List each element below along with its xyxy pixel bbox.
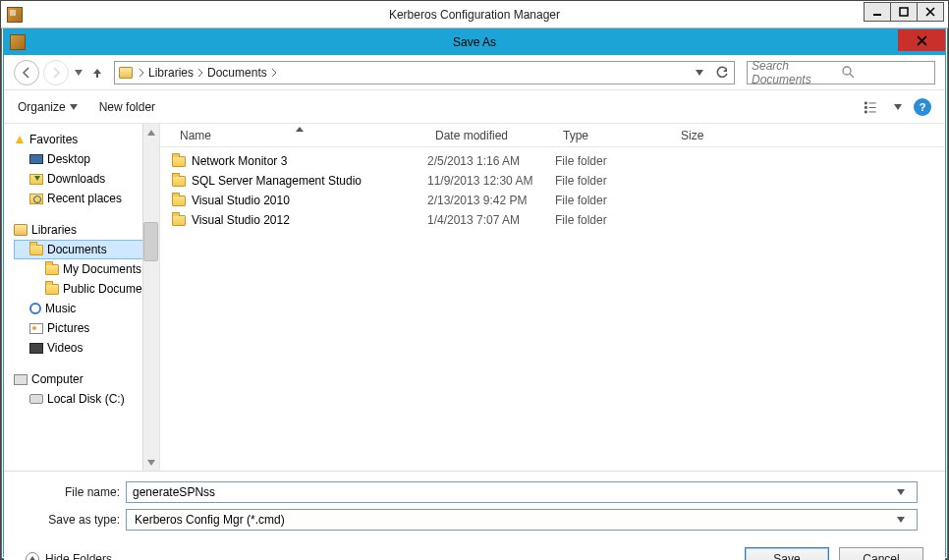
- file-row[interactable]: Visual Studio 20121/4/2013 7:07 AMFile f…: [160, 210, 945, 230]
- crumb-sep-icon[interactable]: [269, 69, 279, 77]
- filename-input[interactable]: [126, 481, 918, 503]
- chevron-down-icon[interactable]: [897, 517, 915, 523]
- nav-bar: Libraries Documents Search Documents: [4, 55, 945, 90]
- tree-favorites-header[interactable]: Favorites: [14, 130, 159, 149]
- dialog-body: Libraries Documents Search Documents: [4, 55, 945, 560]
- close-button[interactable]: [917, 2, 944, 22]
- refresh-button[interactable]: [712, 63, 732, 83]
- search-placeholder: Search Documents: [752, 59, 841, 86]
- tree-item-documents[interactable]: Documents: [14, 240, 159, 259]
- crumb-sep-icon[interactable]: [195, 69, 205, 77]
- chevron-down-icon[interactable]: [894, 104, 902, 110]
- videos-icon: [29, 343, 43, 354]
- organize-button[interactable]: Organize: [18, 100, 78, 114]
- file-list-pane: Name Date modified Type Size Network Mon…: [159, 124, 945, 471]
- dialog-title: Save As: [4, 35, 945, 49]
- file-date: 2/5/2013 1:16 AM: [427, 154, 555, 168]
- save-type-label: Save as type:: [31, 513, 126, 527]
- address-bar[interactable]: Libraries Documents: [114, 61, 735, 84]
- col-size-header[interactable]: Size: [673, 129, 761, 142]
- column-headers: Name Date modified Type Size: [160, 124, 945, 147]
- tree-item-videos[interactable]: Videos: [14, 338, 159, 358]
- tree-computer-header[interactable]: Computer: [14, 369, 159, 389]
- scroll-thumb[interactable]: [143, 222, 158, 261]
- drive-icon: [29, 394, 43, 404]
- computer-icon: [14, 374, 28, 385]
- help-button[interactable]: ?: [914, 98, 931, 116]
- address-dropdown-icon[interactable]: [690, 63, 709, 83]
- tree-libraries-header[interactable]: Libraries: [14, 220, 159, 240]
- maximize-button[interactable]: [890, 2, 918, 22]
- chevron-down-icon[interactable]: [897, 489, 915, 495]
- file-type: File folder: [555, 213, 673, 227]
- save-type-combo[interactable]: Kerberos Config Mgr (*.cmd): [126, 509, 918, 531]
- file-name: Visual Studio 2010: [192, 194, 290, 207]
- scroll-up-icon[interactable]: [143, 124, 158, 140]
- file-date: 2/13/2013 9:42 PM: [427, 194, 555, 207]
- new-folder-button[interactable]: New folder: [99, 100, 155, 114]
- col-name-header[interactable]: Name: [172, 129, 427, 142]
- tree-item-my-documents[interactable]: My Documents: [14, 259, 159, 279]
- view-options-button[interactable]: [865, 98, 882, 116]
- tree-item-public-documents[interactable]: Public Documents: [14, 279, 159, 299]
- cancel-button[interactable]: Cancel: [839, 547, 923, 560]
- crumb-sep-icon[interactable]: [137, 69, 146, 77]
- tree-item-downloads[interactable]: Downloads: [14, 169, 159, 189]
- folder-icon: [172, 215, 186, 226]
- svg-rect-1: [900, 8, 908, 16]
- svg-rect-7: [869, 107, 876, 108]
- scroll-down-icon[interactable]: [143, 454, 158, 471]
- folder-icon: [45, 264, 59, 275]
- col-type-header[interactable]: Type: [555, 129, 673, 142]
- nav-forward-button[interactable]: [43, 60, 69, 85]
- file-list[interactable]: Network Monitor 32/5/2013 1:16 AMFile fo…: [160, 147, 945, 471]
- file-type: File folder: [555, 174, 673, 188]
- folder-icon: [172, 156, 186, 167]
- file-name: Visual Studio 2012: [192, 213, 290, 227]
- tree-item-music[interactable]: Music: [14, 299, 159, 318]
- nav-history-dropdown[interactable]: [73, 70, 84, 76]
- save-button[interactable]: Save: [745, 547, 829, 560]
- minimize-button[interactable]: [864, 2, 891, 22]
- tree-item-pictures[interactable]: Pictures: [14, 318, 159, 338]
- tree-item-desktop[interactable]: Desktop: [14, 149, 159, 169]
- tree-item-local-disk[interactable]: Local Disk (C:): [14, 389, 159, 409]
- filename-input-text[interactable]: [129, 485, 897, 499]
- file-row[interactable]: SQL Server Management Studio11/9/2013 12…: [160, 171, 945, 191]
- folder-icon: [45, 284, 59, 295]
- crumb-documents[interactable]: Documents: [205, 66, 269, 80]
- star-icon: [16, 136, 24, 143]
- folder-icon: [29, 245, 43, 255]
- crumb-libraries[interactable]: Libraries: [146, 66, 195, 80]
- music-icon: [29, 303, 41, 314]
- recent-icon: [29, 194, 43, 204]
- nav-up-button[interactable]: [88, 66, 106, 80]
- dialog-close-button[interactable]: [898, 29, 945, 51]
- save-fields: File name: Save as type: Kerberos Config…: [4, 472, 945, 536]
- tree-scrollbar[interactable]: [142, 124, 159, 471]
- file-date: 11/9/2013 12:30 AM: [427, 174, 555, 188]
- file-row[interactable]: Visual Studio 20102/13/2013 9:42 PMFile …: [160, 191, 945, 210]
- desktop-icon: [29, 154, 43, 164]
- file-date: 1/4/2013 7:07 AM: [427, 213, 555, 227]
- location-icon: [115, 62, 137, 84]
- nav-back-button[interactable]: [14, 60, 39, 85]
- file-row[interactable]: Network Monitor 32/5/2013 1:16 AMFile fo…: [160, 151, 945, 171]
- svg-rect-0: [873, 14, 881, 16]
- hide-folders-button[interactable]: Hide Folders: [26, 552, 112, 560]
- dialog-titlebar: Save As: [4, 29, 945, 55]
- folder-icon: [172, 196, 186, 206]
- save-type-value: Kerberos Config Mgr (*.cmd): [129, 513, 897, 527]
- svg-rect-5: [865, 110, 867, 113]
- toolbar: Organize New folder ?: [4, 90, 945, 124]
- search-input[interactable]: Search Documents: [747, 61, 935, 84]
- pictures-icon: [29, 323, 43, 334]
- svg-rect-6: [869, 102, 876, 103]
- libraries-icon: [14, 224, 28, 236]
- svg-rect-4: [865, 106, 867, 109]
- nav-tree-pane: Favorites Desktop Downloads Recent place…: [4, 124, 159, 471]
- file-name: SQL Server Management Studio: [192, 174, 362, 188]
- tree-item-recent[interactable]: Recent places: [14, 189, 159, 208]
- col-date-header[interactable]: Date modified: [427, 129, 555, 142]
- window-controls: [865, 2, 944, 22]
